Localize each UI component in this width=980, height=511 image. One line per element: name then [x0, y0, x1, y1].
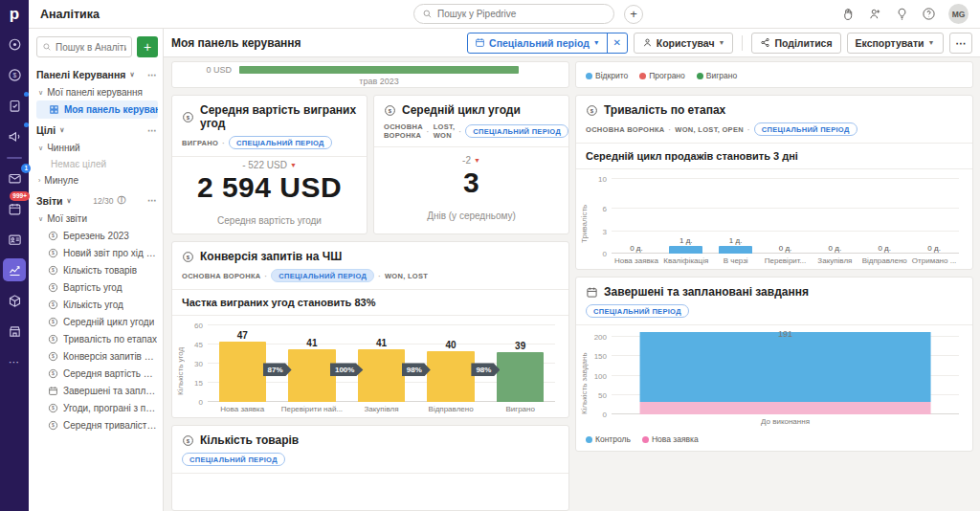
- report-item[interactable]: $Кількість угод: [36, 296, 158, 313]
- y-tick-label: 50: [598, 390, 607, 399]
- dollar-icon: $: [182, 251, 194, 263]
- card-funnel-conversion[interactable]: $Конверсія запитів на ЧШ ОСНОВНА ВОРОНКА…: [171, 241, 569, 418]
- dollar-icon: $: [48, 282, 58, 293]
- chart-bar[interactable]: [358, 349, 405, 402]
- global-search[interactable]: [413, 4, 614, 24]
- card-avg-won-value[interactable]: $Середня вартість виграних угод ВИГРАНО·…: [171, 95, 368, 234]
- section-menu-icon[interactable]: ⋯: [147, 125, 158, 136]
- report-item[interactable]: $Конверсія запитів на Ч...: [36, 347, 158, 365]
- green-stacked-bar[interactable]: [239, 66, 519, 74]
- card-deals-legend-partial[interactable]: ВідкритоПрограноВиграно: [575, 61, 973, 88]
- invite-users-icon[interactable]: [868, 7, 882, 21]
- report-item[interactable]: $Кількість товарів: [36, 261, 158, 278]
- report-item[interactable]: $Тривалість по етапах: [36, 330, 158, 347]
- quick-add-button[interactable]: +: [624, 5, 643, 24]
- report-item[interactable]: $Березень 2023: [36, 227, 158, 244]
- report-item[interactable]: Завершені та заплано...: [36, 382, 158, 399]
- section-menu-icon[interactable]: ⋯: [147, 70, 158, 80]
- dollar-icon: $: [48, 231, 58, 241]
- calendar-icon: [475, 37, 485, 48]
- card-product-count[interactable]: $Кількість товарів СПЕЦІАЛЬНИЙ ПЕРІОД: [171, 425, 569, 511]
- more-button[interactable]: ⋯: [949, 33, 973, 54]
- goals-past-group[interactable]: ›Минуле: [36, 172, 158, 189]
- sidebar-search[interactable]: [36, 36, 132, 57]
- insights-icon[interactable]: [3, 258, 26, 281]
- period-filter-button[interactable]: Спеціальний період ▼: [468, 33, 607, 53]
- legend-item[interactable]: Виграно: [697, 71, 737, 80]
- card-title: Кількість товарів: [200, 433, 299, 447]
- section-menu-icon[interactable]: ⋯: [147, 195, 158, 206]
- card-title: Середня вартість виграних угод: [200, 103, 357, 130]
- report-item[interactable]: $Угоди, програні з прич...: [36, 399, 158, 416]
- funnel-plot: 604530150474141403987%100%98%98%: [208, 325, 555, 402]
- more-apps-icon[interactable]: ⋯: [3, 350, 26, 373]
- y-tick-label: 0: [603, 250, 607, 258]
- reports-section-header[interactable]: Звіти∨ 12/30 ⓘ ⋯: [36, 194, 158, 207]
- chart-bar[interactable]: [427, 351, 474, 402]
- stacked-bar[interactable]: [639, 332, 931, 414]
- bar-column: 39: [485, 325, 555, 402]
- chart-bar[interactable]: [719, 246, 752, 254]
- chevron-down-icon: ∨: [59, 126, 64, 134]
- projects-icon[interactable]: [3, 94, 26, 117]
- y-tick-label: 45: [194, 341, 203, 349]
- legend-item[interactable]: Відкрито: [586, 71, 628, 80]
- x-tick-label: Відправлено: [859, 256, 909, 265]
- report-item[interactable]: $Новий звіт про хід вик...: [36, 244, 158, 261]
- legend-item[interactable]: Нова заявка: [642, 434, 699, 444]
- contacts-icon[interactable]: [3, 228, 26, 251]
- bar-column: 0 д.: [761, 179, 811, 254]
- reports-group[interactable]: ∨Мої звіти: [36, 211, 158, 227]
- global-search-input[interactable]: [437, 9, 606, 19]
- card-tasks[interactable]: Завершені та заплановані завдання СПЕЦІА…: [575, 277, 973, 452]
- legend-item[interactable]: Контроль: [586, 434, 631, 444]
- notification-dot: [24, 92, 29, 97]
- card-avg-cycle[interactable]: $Середній цикл угоди ОСНОВНА ВОРОНКА·LOS…: [373, 95, 569, 234]
- report-item[interactable]: $Середній цикл угоди: [36, 313, 158, 330]
- avatar[interactable]: MG: [948, 4, 969, 24]
- bar-columns: 0 д.1 д.1 д.0 д.0 д.0 д.0 д.: [612, 179, 959, 254]
- deals-icon[interactable]: $: [3, 63, 26, 86]
- chart-bar[interactable]: [669, 246, 702, 254]
- share-button[interactable]: Поділитися: [751, 33, 840, 54]
- card-deal-value-partial[interactable]: 0 USD трав 2023: [171, 61, 569, 88]
- svg-text:$: $: [389, 107, 392, 113]
- report-item[interactable]: $Вартість угод: [36, 278, 158, 296]
- sidebar-search-input[interactable]: [56, 42, 126, 53]
- chart-bar[interactable]: [288, 349, 335, 402]
- legend-item[interactable]: Програно: [639, 71, 685, 80]
- suggestions-icon[interactable]: [895, 7, 909, 21]
- mail-icon[interactable]: 1: [3, 167, 26, 189]
- goals-section-header[interactable]: Цілі∨ ⋯: [36, 124, 158, 136]
- svg-text:$: $: [187, 114, 190, 120]
- nav-rail: p $ 1 999+ ⋯: [0, 0, 29, 511]
- user-filter-button[interactable]: Користувач▼: [634, 33, 734, 54]
- info-icon[interactable]: ⓘ: [117, 194, 125, 207]
- products-icon[interactable]: [3, 289, 26, 312]
- goals-current-group[interactable]: ∨Чинний: [36, 140, 158, 156]
- sales-assistant-icon[interactable]: [841, 7, 856, 21]
- clear-period-button[interactable]: ✕: [607, 33, 627, 53]
- activities-badge: 999+: [10, 191, 30, 201]
- sidebar-item-my-dashboard[interactable]: Моя панель керування: [36, 100, 158, 119]
- marketplace-icon[interactable]: [3, 320, 26, 343]
- report-item[interactable]: $Середня вартість виг...: [36, 365, 158, 382]
- card-stage-duration[interactable]: $Тривалість по етапах ОСНОВНА ВОРОНКА·WO…: [575, 95, 973, 270]
- stat-value: 3: [463, 167, 479, 199]
- x-tick-label: Виграно: [485, 405, 555, 413]
- svg-text:$: $: [590, 107, 594, 113]
- campaigns-icon[interactable]: [3, 124, 26, 147]
- chart-bar[interactable]: [497, 352, 544, 402]
- dollar-icon: $: [48, 317, 58, 327]
- report-item[interactable]: $Середня тривалість о...: [36, 416, 158, 433]
- activities-icon[interactable]: 999+: [3, 197, 26, 220]
- export-button[interactable]: Експортувати▼: [847, 33, 944, 54]
- chart-bar[interactable]: [219, 342, 266, 402]
- x-axis-labels: Нова заявкаПеревірити най...ЗакупівляВід…: [208, 402, 555, 417]
- dashboards-group[interactable]: ∨Мої панелі керування: [36, 84, 158, 100]
- leads-icon[interactable]: [3, 33, 26, 56]
- legend-dot: [586, 436, 592, 443]
- dashboards-section-header[interactable]: Панелі Керування∨ ⋯: [36, 69, 158, 80]
- create-report-button[interactable]: +: [137, 36, 158, 57]
- help-icon[interactable]: [922, 7, 936, 21]
